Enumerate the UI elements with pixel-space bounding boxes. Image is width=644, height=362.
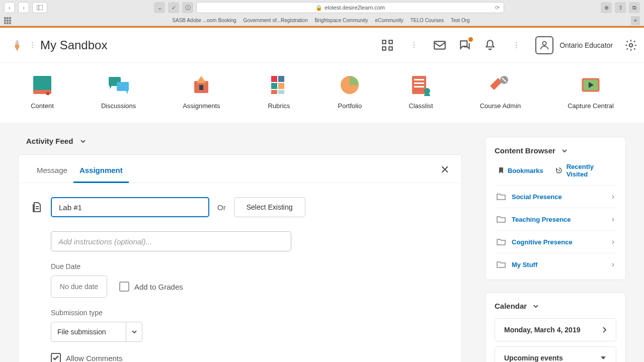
download-icon[interactable]: ⊕ — [601, 2, 612, 13]
svg-rect-5 — [382, 47, 386, 50]
add-to-grades-checkbox[interactable] — [119, 282, 129, 292]
course-admin-icon — [488, 74, 512, 96]
svg-rect-16 — [199, 85, 203, 90]
chevron-right-icon — [602, 326, 607, 333]
folder-item[interactable]: Social Presence › — [495, 185, 616, 208]
check-icon[interactable]: ✓ — [168, 2, 179, 13]
svg-rect-14 — [117, 82, 129, 91]
instructions-input[interactable] — [51, 231, 291, 251]
assignment-card: Message Assignment ✕ Or Select Existing … — [18, 154, 462, 362]
calendar-date-box[interactable]: Monday, March 4, 2019 — [495, 318, 616, 341]
submission-type-select[interactable]: File submission — [51, 322, 142, 342]
folder-item[interactable]: Teaching Presence › — [495, 208, 616, 230]
bookmark-link[interactable]: SASB Adobe ...oom Booking — [172, 18, 236, 23]
classlist-icon — [409, 74, 433, 96]
bookmark-link[interactable]: Test Org — [451, 18, 470, 23]
user-name[interactable]: Ontario Educator — [559, 41, 613, 49]
svg-point-2 — [16, 41, 19, 44]
tabs-icon[interactable]: ⧉ — [629, 2, 640, 13]
select-existing-button[interactable]: Select Existing — [234, 197, 305, 217]
submission-type-label: Submission type — [51, 309, 449, 317]
close-icon[interactable]: ✕ — [440, 163, 449, 182]
svg-rect-20 — [278, 83, 284, 89]
bookmark-link[interactable]: eCommunity — [375, 18, 404, 23]
url-bar[interactable]: 🔒 elotest.desire2learn.com ⟳ — [196, 2, 504, 13]
browser-chrome: ‹ › ⌄ ✓ ⓘ 🔒 elotest.desire2learn.com ⟳ ⊕… — [0, 0, 644, 15]
submission-value: File submission — [51, 328, 126, 336]
apps-icon[interactable] — [4, 17, 11, 24]
activity-feed-title: Activity Feed — [26, 137, 73, 145]
nav-label: Portfolio — [338, 102, 362, 110]
nav-portfolio[interactable]: Portfolio — [338, 74, 362, 110]
bookmarks-link[interactable]: Bookmarks — [499, 163, 543, 178]
org-logo[interactable] — [10, 38, 24, 52]
allow-comments-label: Allow Comments — [66, 354, 123, 363]
folder-icon — [497, 215, 506, 223]
pocket-icon[interactable]: ⌄ — [154, 2, 165, 13]
divider-dots — [411, 42, 417, 48]
mail-icon[interactable] — [433, 38, 447, 52]
share-icon[interactable]: ⇧ — [615, 2, 626, 13]
assignments-icon — [189, 74, 213, 96]
svg-rect-12 — [46, 92, 49, 95]
allow-comments-checkbox[interactable] — [51, 353, 61, 362]
svg-rect-3 — [382, 40, 386, 44]
lock-icon: 🔒 — [315, 5, 323, 11]
content-browser-header[interactable]: Content Browser — [495, 146, 616, 155]
nav-course-admin[interactable]: Course Admin — [480, 74, 521, 110]
svg-rect-18 — [278, 76, 284, 82]
rubrics-icon — [267, 74, 291, 96]
svg-rect-24 — [412, 76, 426, 94]
nav-label: Discussions — [101, 102, 136, 110]
tab-assignment[interactable]: Assignment — [73, 162, 129, 183]
app-switcher-icon[interactable] — [380, 38, 394, 52]
calendar-header[interactable]: Calendar — [495, 302, 616, 310]
divider-dots — [513, 42, 519, 48]
url-text: elotest.desire2learn.com — [325, 5, 385, 11]
nav-discussions[interactable]: Discussions — [101, 74, 136, 110]
add-to-grades-label: Add to Grades — [134, 283, 183, 291]
chevron-down-icon — [80, 138, 86, 144]
nav-label: Content — [31, 102, 54, 110]
upcoming-events-box[interactable]: Upcoming events — [495, 346, 616, 362]
nav-classlist[interactable]: Classlist — [409, 74, 433, 110]
folder-icon — [497, 238, 506, 246]
refresh-icon[interactable]: ⟳ — [495, 5, 500, 11]
bookmark-link[interactable]: Brightspace Community — [314, 18, 368, 23]
svg-rect-22 — [278, 90, 284, 94]
content-icon — [30, 74, 54, 96]
folder-item[interactable]: My Stuff › — [495, 253, 616, 276]
nav-label: Course Admin — [480, 102, 521, 110]
document-icon — [31, 201, 43, 213]
sidebar-button[interactable] — [32, 2, 47, 13]
bell-icon[interactable] — [483, 38, 497, 52]
nav-assignments[interactable]: Assignments — [183, 74, 220, 110]
assignment-title-input[interactable] — [51, 197, 209, 217]
bookmark-link[interactable]: TELO Courses — [411, 18, 444, 23]
tab-message[interactable]: Message — [31, 162, 73, 183]
nav-capture-central[interactable]: Capture Central — [568, 74, 614, 110]
gear-icon[interactable] — [624, 38, 638, 52]
new-tab-button[interactable]: + — [631, 16, 640, 25]
folder-icon — [497, 260, 506, 268]
triangle-down-icon — [600, 355, 607, 360]
nav-rubrics[interactable]: Rubrics — [267, 74, 291, 110]
svg-rect-10 — [33, 76, 51, 92]
info-icon[interactable]: ⓘ — [182, 2, 193, 13]
svg-rect-7 — [434, 41, 445, 49]
discussions-icon — [107, 74, 131, 96]
chat-icon[interactable] — [458, 38, 472, 52]
forward-button[interactable]: › — [18, 2, 29, 13]
due-date-input[interactable] — [51, 276, 107, 298]
recently-visited-link[interactable]: Recently Visited — [555, 163, 616, 178]
header: My Sandbox Ontario Educator — [0, 28, 644, 63]
bookmark-link[interactable]: Government of...Registration — [244, 18, 308, 23]
folder-item[interactable]: Cognitive Presence › — [495, 230, 616, 253]
activity-feed-header[interactable]: Activity Feed — [26, 137, 462, 145]
chevron-down-icon — [561, 148, 568, 154]
nav-label: Assignments — [183, 102, 220, 110]
back-button[interactable]: ‹ — [4, 2, 15, 13]
chevron-down-icon — [126, 322, 142, 341]
user-avatar[interactable] — [535, 36, 553, 54]
nav-content[interactable]: Content — [30, 74, 54, 110]
